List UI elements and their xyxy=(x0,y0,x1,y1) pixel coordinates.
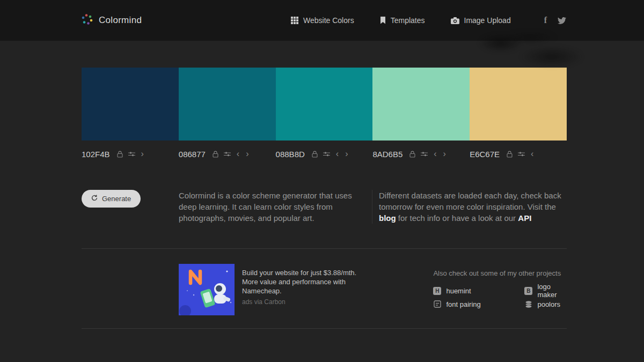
font-pairing-icon xyxy=(433,300,441,308)
facebook-icon[interactable]: f xyxy=(544,16,547,25)
swatch-controls-2: 086877 ‹ › xyxy=(179,141,276,160)
divider-bottom xyxy=(82,328,567,329)
twitter-icon[interactable] xyxy=(558,17,566,24)
top-navbar: Colormind Website Colors Templates xyxy=(0,0,644,41)
bookmark-icon xyxy=(380,17,386,24)
footer-section: Build your website for just $3.88/mth. M… xyxy=(82,264,567,315)
blog-link[interactable]: blog xyxy=(379,213,396,223)
lock-icon[interactable] xyxy=(213,151,218,158)
project-link-poolors[interactable]: poolors xyxy=(524,298,567,310)
color-swatch-4[interactable] xyxy=(372,68,470,141)
swatch-controls-4: 8AD6B5 ‹ › xyxy=(372,141,470,160)
social-links: f xyxy=(544,16,566,25)
brand-logo[interactable]: Colormind xyxy=(80,13,142,28)
projects-grid: H huemint B logo maker font pairing xyxy=(433,285,567,310)
api-link[interactable]: API xyxy=(518,213,531,223)
shift-right-icon[interactable]: › xyxy=(245,151,249,157)
datasets-text: Different datasets are loaded each day, … xyxy=(379,191,561,211)
grid-icon xyxy=(291,17,298,24)
nav-item-website-colors[interactable]: Website Colors xyxy=(291,16,354,25)
color-swatch-2[interactable] xyxy=(179,68,276,141)
datasets-text: for tech info or have a look at our xyxy=(396,213,518,223)
project-label: poolors xyxy=(537,300,560,308)
nav-item-label: Website Colors xyxy=(303,16,354,25)
divider-top xyxy=(82,248,567,249)
color-palette xyxy=(82,68,567,141)
lock-icon[interactable] xyxy=(507,151,513,158)
ad-attribution[interactable]: ads via Carbon xyxy=(242,298,364,306)
hex-code[interactable]: E6C67E xyxy=(470,150,500,159)
other-projects: Also check out some of my other projects… xyxy=(433,264,567,315)
lock-icon[interactable] xyxy=(312,151,318,158)
nav-item-label: Templates xyxy=(391,16,425,25)
shift-right-icon[interactable]: › xyxy=(443,151,447,157)
main-content: 102F4B › 086877 ‹ › 088B8D xyxy=(82,68,567,329)
project-link-font-pairing[interactable]: font pairing xyxy=(433,298,524,310)
refresh-icon xyxy=(91,195,98,203)
shift-left-icon[interactable]: ‹ xyxy=(530,151,534,157)
nav-links: Website Colors Templates Image Upload xyxy=(291,16,511,25)
hex-code[interactable]: 8AD6B5 xyxy=(372,150,402,159)
project-label: logo maker xyxy=(537,283,567,299)
project-link-huemint[interactable]: H huemint xyxy=(433,285,524,297)
swatch-controls-3: 088B8D ‹ › xyxy=(276,141,373,160)
huemint-icon: H xyxy=(433,287,441,295)
palette-controls: 102F4B › 086877 ‹ › 088B8D xyxy=(82,141,567,160)
logo-maker-icon: B xyxy=(524,287,532,295)
ad-text[interactable]: Build your website for just $3.88/mth. M… xyxy=(242,268,364,295)
datasets-description: Different datasets are loaded each day, … xyxy=(379,190,567,224)
shift-left-icon[interactable]: ‹ xyxy=(335,151,339,157)
sliders-icon[interactable] xyxy=(128,151,135,157)
swatch-controls-1: 102F4B › xyxy=(82,141,179,160)
brand-name: Colormind xyxy=(99,15,142,26)
sliders-icon[interactable] xyxy=(421,151,428,157)
projects-heading: Also check out some of my other projects xyxy=(433,269,567,277)
generate-button[interactable]: Generate xyxy=(82,190,141,208)
sliders-icon[interactable] xyxy=(224,151,231,157)
shift-right-icon[interactable]: › xyxy=(345,151,348,157)
about-section: Generate Colormind is a color scheme gen… xyxy=(82,190,567,224)
nav-item-label: Image Upload xyxy=(464,16,511,25)
project-link-logo-maker[interactable]: B logo maker xyxy=(524,285,567,297)
lock-icon[interactable] xyxy=(117,151,123,158)
hex-code[interactable]: 086877 xyxy=(179,150,206,159)
color-swatch-1[interactable] xyxy=(82,68,179,141)
colormind-logo-icon xyxy=(80,13,93,28)
sliders-icon[interactable] xyxy=(518,151,525,157)
project-label: font pairing xyxy=(446,300,480,308)
lock-icon[interactable] xyxy=(409,151,415,158)
camera-icon xyxy=(451,17,459,24)
sliders-icon[interactable] xyxy=(323,151,330,157)
shift-left-icon[interactable]: ‹ xyxy=(236,151,240,157)
hex-code[interactable]: 088B8D xyxy=(276,150,305,159)
ad-image[interactable] xyxy=(179,264,235,315)
shift-right-icon[interactable]: › xyxy=(141,151,144,157)
color-swatch-5[interactable] xyxy=(470,68,567,141)
generate-button-label: Generate xyxy=(102,195,131,203)
carbon-ad: Build your website for just $3.88/mth. M… xyxy=(179,264,433,315)
poolors-icon xyxy=(524,300,532,308)
color-swatch-3[interactable] xyxy=(276,68,373,141)
about-description: Colormind is a color scheme generator th… xyxy=(179,190,357,224)
swatch-controls-5: E6C67E ‹ xyxy=(470,141,567,160)
project-label: huemint xyxy=(446,287,471,295)
nav-item-image-upload[interactable]: Image Upload xyxy=(451,16,511,25)
ad-copy: Build your website for just $3.88/mth. M… xyxy=(242,264,364,315)
hex-code[interactable]: 102F4B xyxy=(82,150,110,159)
shift-left-icon[interactable]: ‹ xyxy=(433,151,437,157)
nav-item-templates[interactable]: Templates xyxy=(380,16,425,25)
